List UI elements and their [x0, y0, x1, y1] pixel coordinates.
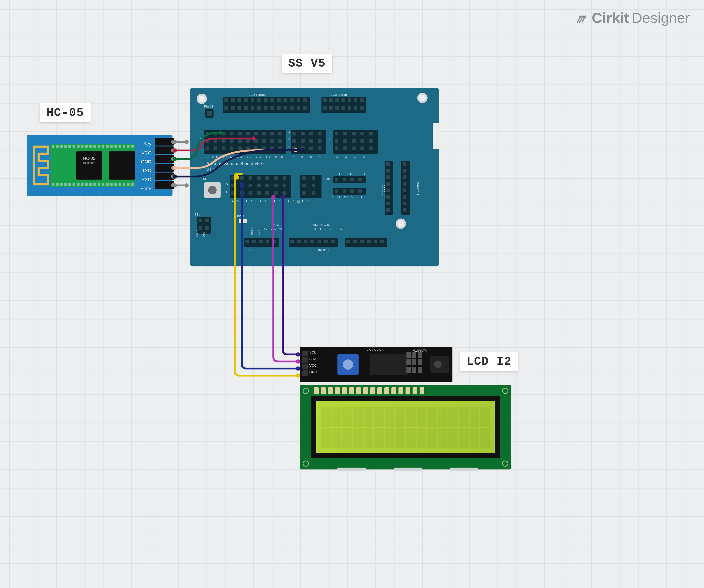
- hc05-chip-main: [76, 152, 102, 180]
- svg-point-0: [579, 15, 582, 18]
- shield-pin13[interactable]: [205, 109, 214, 118]
- hc05-chip-rf: [109, 152, 135, 180]
- shield-lcdpar-label: LCD-Parallel: [249, 93, 268, 97]
- shield-iic2-header[interactable]: [333, 188, 366, 194]
- shield-sd-header[interactable]: [244, 238, 279, 247]
- gvs-s2: S: [288, 145, 290, 149]
- svg-point-1: [582, 15, 584, 18]
- logo-icon: [575, 11, 589, 25]
- hc05-pin-rxd[interactable]: [155, 173, 174, 180]
- gvs-s4: S: [226, 190, 228, 194]
- component-hc05[interactable]: HC-05 Bluetooth Key VCC GND TXD RXD Stat…: [27, 135, 172, 196]
- power-label: POWER: [272, 223, 284, 227]
- lcd-pin-gnd[interactable]: [302, 351, 308, 356]
- label-hc05: HC-05: [40, 103, 91, 122]
- shield-bluetooth-header[interactable]: [401, 161, 410, 215]
- sel-gnd: GND: [195, 230, 199, 237]
- hc05-pin-state[interactable]: [155, 181, 174, 189]
- shield-reset-button[interactable]: [204, 182, 221, 198]
- bluetooth-label: Bluetooth: [416, 181, 419, 195]
- lcd-char-grid: [321, 407, 490, 448]
- component-lcd-i2c-backpack[interactable]: GND VCC SDA SCL POWER A0A1A2: [300, 347, 453, 382]
- screw-icon: [502, 388, 508, 394]
- apc220-label: APC220: [382, 185, 385, 197]
- shield-lcd-parallel-header[interactable]: [223, 97, 310, 113]
- gvs-v2: V: [288, 138, 290, 141]
- lcd-pin-labels: GND VCC SDA SCL: [309, 350, 317, 376]
- shield-digital-7-4[interactable]: [291, 130, 326, 154]
- hc05-castellations-bot: [52, 183, 134, 186]
- lcd-pin-sda[interactable]: [302, 364, 308, 369]
- brand-name-2: Designer: [632, 9, 690, 26]
- analogin-nums: 012345: [314, 227, 346, 230]
- shield-iic-label: IIC: [296, 200, 301, 203]
- shield-version: V1.1: [207, 168, 215, 172]
- pwr-vin: VIN: [279, 227, 284, 230]
- shield-lcdser-label: LCD-Serial: [331, 93, 347, 97]
- screw-icon: [502, 461, 508, 467]
- label-lcd: LCD I2: [460, 352, 518, 371]
- lcd-tab: [394, 468, 422, 471]
- lcd-tab: [338, 468, 366, 471]
- mount-hole-icon: [396, 219, 406, 229]
- shield-com-header[interactable]: [333, 176, 366, 183]
- lcd-contrast-pot[interactable]: [338, 354, 359, 375]
- shield-digital-13-8[interactable]: [204, 130, 286, 154]
- com-sub: TX RX - +: [334, 173, 368, 176]
- mount-hole-icon: [417, 93, 427, 103]
- hc05-pin-txd[interactable]: [155, 164, 174, 172]
- svg-point-2: [584, 15, 586, 18]
- gvs-s: S: [200, 145, 202, 149]
- shield-digital-3-0[interactable]: [333, 130, 378, 154]
- shield-urf-header[interactable]: [345, 238, 387, 247]
- pwr-led-icon: [239, 219, 247, 223]
- hc05-pin-vcc[interactable]: [155, 146, 174, 154]
- board-notch: [433, 123, 440, 149]
- pwr-3v3: 3V3: [257, 230, 260, 235]
- pwr-5v: 5V: [264, 227, 268, 230]
- gvs-g2: G: [288, 130, 290, 133]
- lcd-solder-pads: [314, 387, 424, 394]
- gvs-g3: G: [330, 130, 332, 133]
- shield-reset-label: RESET: [198, 177, 209, 180]
- screw-icon: [303, 388, 309, 394]
- hc05-pin-gnd[interactable]: [155, 155, 174, 163]
- shield-lcd-serial-header[interactable]: [321, 97, 366, 113]
- lcd-tab: [450, 468, 478, 471]
- shield-pin13-label: Pin 13: [204, 105, 214, 108]
- shield-iic-header[interactable]: [300, 175, 321, 198]
- hc05-pin-key[interactable]: [155, 138, 174, 145]
- lcd-backlight-jumper[interactable]: [430, 356, 449, 373]
- hc05-antenna-icon: [32, 144, 50, 187]
- iic-sub: SCL SDA - +: [332, 195, 364, 199]
- com-label: COM: [324, 177, 331, 180]
- hc05-chip-label: HC-05 Bluetooth: [77, 156, 101, 165]
- analogin-label: ANALOG IN: [313, 223, 331, 227]
- lcd-power-silk: POWER: [413, 348, 427, 353]
- lcd-pin-scl[interactable]: [302, 370, 308, 376]
- pwr-reset: RESET: [250, 226, 253, 235]
- component-lcd-display[interactable]: [300, 385, 511, 469]
- lcd-pin-header[interactable]: [302, 351, 308, 376]
- sel-vcc: VCC: [202, 231, 206, 237]
- shield-apc220-header[interactable]: [385, 161, 393, 215]
- lcd-pin-vcc[interactable]: [302, 357, 308, 363]
- hc05-castellations-top: [52, 145, 134, 148]
- gvs-g: G: [200, 130, 203, 133]
- mount-hole-icon: [197, 94, 207, 104]
- lcd-addr-silk: A0A1A2: [366, 348, 380, 351]
- brand-logo: Cirkit Designer: [575, 9, 690, 26]
- lcd-i2c-chip: [370, 354, 408, 375]
- gvs-s3: S: [330, 145, 332, 149]
- sel-label: SEL: [194, 213, 200, 216]
- shield-power-header[interactable]: [289, 238, 338, 247]
- gvs-v3: V: [330, 138, 332, 141]
- pwr-gnd: GND: [271, 227, 277, 230]
- shield-analog-header[interactable]: [230, 175, 291, 198]
- component-sensor-shield[interactable]: Pin 13 LCD-Parallel LCD-Serial G V S G V…: [190, 88, 439, 267]
- hc05-pin-header[interactable]: [155, 138, 174, 189]
- hc05-pin-labels: Key VCC GND TXD RXD State: [140, 140, 151, 193]
- lcd-smd-components: [406, 352, 422, 373]
- urf-label: URF01 +: [317, 249, 330, 252]
- shield-digital-row: 7 6 5 4 3 2 1 0: [292, 155, 368, 159]
